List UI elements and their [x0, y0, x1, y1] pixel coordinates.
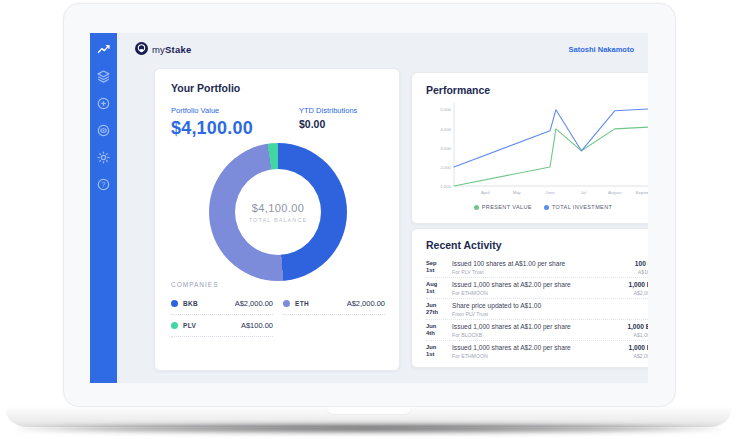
- main-content: myStake Satoshi Nakamoto Your Portfolio …: [117, 33, 648, 383]
- activity-date: Aug1st: [426, 281, 452, 296]
- mystake-logo-text: myStake: [152, 44, 191, 55]
- layers-icon[interactable]: [97, 70, 110, 83]
- activity-subtext: For PLV Trust: [452, 269, 596, 275]
- chart-legend-item: TOTAL INVESTMENT: [544, 204, 612, 210]
- activity-row: Sep1st Issued 100 shares at A$1.00 per s…: [426, 257, 648, 278]
- company-legend-item: BKB A$2,000.00: [171, 293, 273, 315]
- activity-subvalue: A$2,000.00: [602, 353, 648, 359]
- activity-subvalue: A$2,000.00: [602, 290, 648, 296]
- app-header: myStake Satoshi Nakamoto: [117, 33, 648, 66]
- company-legend-item: PLV A$100.00: [171, 315, 273, 337]
- svg-text:June: June: [545, 190, 555, 195]
- legend-color-dot: [474, 205, 479, 210]
- svg-text:4,000: 4,000: [440, 127, 451, 132]
- legend-label: TOTAL INVESTMENT: [552, 204, 612, 210]
- activity-subtext: For ETHMOON: [452, 290, 596, 296]
- laptop-base-notch: [326, 407, 412, 415]
- activity-row: Jun27th Share price updated to A$1.00 Fr…: [426, 299, 648, 320]
- performance-card-title: Performance: [426, 84, 648, 96]
- svg-text:2,000: 2,000: [440, 165, 451, 170]
- activity-date: Sep1st: [426, 260, 452, 275]
- performance-line-chart: 1,0002,0003,0004,0005,000AprilMayJuneJul…: [428, 100, 648, 200]
- svg-text:5,000: 5,000: [440, 107, 451, 112]
- trending-up-icon[interactable]: [97, 43, 110, 56]
- recent-activity-title: Recent Activity: [426, 239, 648, 251]
- chart-legend: PRESENT VALUE TOTAL INVESTMENT: [412, 204, 648, 210]
- activity-list: Sep1st Issued 100 shares at A$1.00 per s…: [426, 257, 648, 362]
- company-legend-item: ETH A$2,000.00: [283, 293, 385, 315]
- mystake-app-window: ? myStake Satoshi Nakamoto Your Portfoli…: [90, 33, 648, 383]
- company-amount: A$100.00: [241, 321, 273, 330]
- performance-card: Performance 1,0002,0003,0004,0005,000Apr…: [411, 72, 648, 224]
- company-amount: A$2,000.00: [347, 299, 385, 308]
- activity-row: Aug1st Issued 1,000 shares at A$2.00 per…: [426, 278, 648, 299]
- activity-subtext: For ETHMOON: [452, 353, 596, 359]
- balance-donut-chart: $4,100.00 TOTAL BALANCE: [209, 143, 347, 281]
- donut-total-label: TOTAL BALANCE: [249, 217, 308, 223]
- svg-text:Jul: Jul: [581, 190, 587, 195]
- portfolio-card-title: Your Portfolio: [171, 82, 383, 94]
- activity-text: Share price updated to A$1.00: [452, 302, 596, 310]
- portfolio-card: Your Portfolio Portfolio Value $4,100.00…: [154, 68, 400, 371]
- activity-subvalue: A$1,000.00: [602, 332, 648, 338]
- company-color-dot: [171, 300, 178, 307]
- activity-date: Jun1st: [426, 344, 452, 360]
- activity-value: 1,000 ETH: [602, 344, 648, 352]
- user-name-link[interactable]: Satoshi Nakamoto: [569, 45, 634, 54]
- company-color-dot: [283, 300, 290, 307]
- ytd-distributions-label: YTD Distributions: [299, 106, 357, 115]
- companies-legend: BKB A$2,000.00 ETH A$2,000.00 PLV A$100.…: [171, 293, 385, 337]
- activity-text: Issued 100 shares at A$1.00 per share: [452, 260, 596, 268]
- mystake-logo-icon: [135, 42, 148, 55]
- svg-text:September: September: [636, 190, 648, 195]
- chart-legend-item: PRESENT VALUE: [474, 204, 532, 210]
- svg-text:April: April: [481, 190, 490, 195]
- portfolio-value-label: Portfolio Value: [171, 106, 299, 115]
- activity-subtext: For BLOCKB: [452, 332, 596, 338]
- activity-row: Jun1st Issued 1,000 shares at A$2.00 per…: [426, 341, 648, 362]
- mystake-logo[interactable]: myStake: [135, 41, 191, 59]
- help-circle-icon[interactable]: ?: [97, 178, 110, 191]
- activity-value: 100 PLV: [602, 260, 648, 268]
- company-ticker: PLV: [183, 322, 196, 329]
- activity-text: Issued 1,000 shares at A$1.00 per share: [452, 323, 596, 331]
- company-color-dot: [171, 322, 178, 329]
- svg-text:?: ?: [102, 181, 106, 188]
- activity-value: 1,000 ETH: [602, 281, 648, 289]
- ytd-distributions-value: $0.00: [299, 118, 357, 130]
- activity-date: Jun27th: [426, 302, 452, 317]
- activity-date: Jun4th: [426, 323, 452, 338]
- portfolio-summary: Portfolio Value $4,100.00 YTD Distributi…: [171, 106, 383, 139]
- legend-label: PRESENT VALUE: [482, 204, 532, 210]
- plus-circle-icon[interactable]: [97, 97, 110, 110]
- activity-value: 1,000 BKB: [602, 323, 648, 331]
- donut-center: $4,100.00 TOTAL BALANCE: [235, 169, 321, 255]
- company-ticker: ETH: [295, 300, 309, 307]
- laptop-shadow: [16, 424, 721, 433]
- portfolio-value: $4,100.00: [171, 118, 299, 139]
- companies-section-label: COMPANIES: [171, 281, 219, 288]
- legend-color-dot: [544, 205, 549, 210]
- mystake-logo-icon: [135, 41, 148, 59]
- laptop-mockup: ? myStake Satoshi Nakamoto Your Portfoli…: [0, 0, 737, 439]
- svg-text:3,000: 3,000: [440, 146, 451, 151]
- activity-text: Issued 1,000 shares at A$2.00 per share: [452, 344, 596, 352]
- company-ticker: BKB: [183, 300, 198, 307]
- svg-text:May: May: [513, 190, 522, 195]
- recent-activity-card: Recent Activity Sep1st Issued 100 shares…: [411, 228, 648, 368]
- activity-text: Issued 1,000 shares at A$2.00 per share: [452, 281, 596, 289]
- activity-subtext: From PLV Trust: [452, 311, 596, 317]
- activity-row: Jun4th Issued 1,000 shares at A$1.00 per…: [426, 320, 648, 341]
- svg-text:August: August: [608, 190, 622, 195]
- gear-icon[interactable]: [97, 151, 110, 164]
- donut-total-value: $4,100.00: [252, 202, 305, 214]
- svg-text:1,000: 1,000: [440, 184, 451, 189]
- company-amount: A$2,000.00: [235, 299, 273, 308]
- sidebar: ?: [90, 33, 117, 383]
- eye-icon[interactable]: [97, 124, 110, 137]
- activity-subvalue: A$100.00: [602, 269, 648, 275]
